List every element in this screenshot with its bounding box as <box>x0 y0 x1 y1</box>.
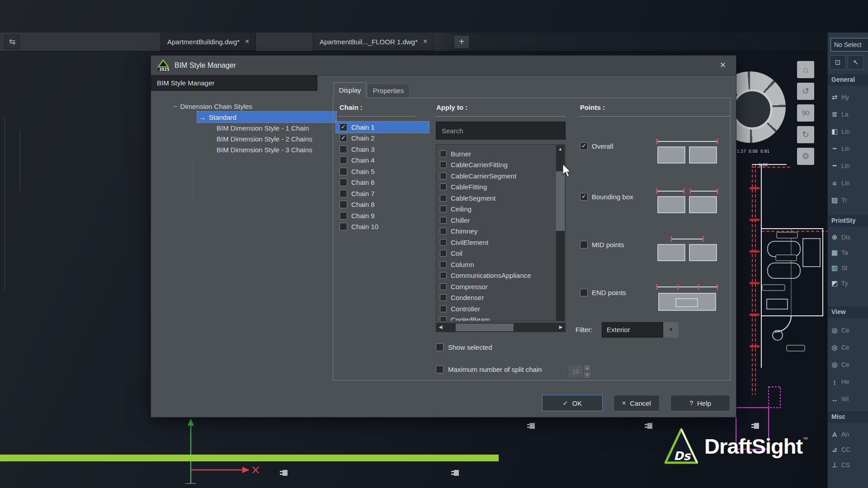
apply-to-row[interactable]: CivilElement <box>436 237 565 248</box>
home-icon[interactable]: ⌂ <box>797 61 814 78</box>
style-tree-item[interactable]: → Standard <box>197 112 336 122</box>
checkbox[interactable] <box>340 178 347 186</box>
style-tree-item[interactable]: BIM Dimension Style - 1 Chain <box>161 122 327 133</box>
linescale-row[interactable]: ╍ Lin <box>828 157 868 174</box>
apply-to-list[interactable]: Burner CableCarrierFitting CableCarrierS… <box>436 144 566 321</box>
cancel-button[interactable]: × Cancel <box>613 395 660 411</box>
component-tool-button[interactable]: ⇆ <box>5 35 20 49</box>
apply-to-row[interactable]: CooledBeam <box>436 314 565 322</box>
spin-up-icon[interactable]: ▲ <box>584 365 591 371</box>
rotate-cw-icon[interactable]: ↻ <box>797 126 814 143</box>
checkbox[interactable] <box>440 228 447 235</box>
tab-floor1[interactable]: ApartmentBuil..._FLOOR 1.dwg* × <box>313 33 434 51</box>
mid-points-option[interactable]: MID points <box>580 241 624 249</box>
chain-row[interactable]: Chain 6 <box>336 177 429 188</box>
checkbox[interactable] <box>440 316 447 321</box>
checkbox[interactable] <box>580 193 588 201</box>
apply-to-row[interactable]: Chimney <box>436 226 565 237</box>
chain-row[interactable]: Chain 7 <box>336 188 429 199</box>
checkbox[interactable] <box>340 134 347 142</box>
checkbox[interactable] <box>440 261 447 268</box>
pointer-icon[interactable]: ↖ <box>848 55 864 70</box>
tab-properties[interactable]: Properties <box>367 84 410 98</box>
apply-to-row[interactable]: Condenser <box>436 292 565 304</box>
section-view[interactable]: View <box>828 306 868 318</box>
annotation-row[interactable]: A An <box>828 427 868 442</box>
style-tree-item[interactable]: BIM Dimension Style - 2 Chains <box>161 133 327 144</box>
checkbox[interactable] <box>580 241 588 249</box>
apply-to-row[interactable]: Compressor <box>436 281 565 292</box>
chain-row[interactable]: Chain 4 <box>336 155 429 166</box>
apply-to-row[interactable]: CableCarrierFitting <box>436 160 565 171</box>
overall-option[interactable]: Overall <box>580 142 613 150</box>
select-entities-icon[interactable]: ⊡ <box>830 55 846 70</box>
apply-to-row[interactable]: CableSegment <box>436 192 565 204</box>
checkbox[interactable] <box>440 294 447 301</box>
scrollbar-thumb[interactable] <box>556 171 565 231</box>
style-tree-item[interactable]: BIM Dimension Style - 3 Chains <box>161 144 327 155</box>
spinner-arrows[interactable]: ▲ ▼ <box>584 365 591 378</box>
tab-apartmentbuilding[interactable]: ApartmentBuilding.dwg* × <box>160 33 256 51</box>
apply-to-row[interactable]: CableFitting <box>436 182 565 193</box>
apply-to-row[interactable]: Coil <box>436 248 565 259</box>
checkbox[interactable] <box>340 201 347 208</box>
end-points-option[interactable]: END points <box>580 289 626 296</box>
checkbox[interactable] <box>340 145 347 153</box>
rotate-ccw-icon[interactable]: ↺ <box>797 83 814 100</box>
ccs-row[interactable]: ⊿ CC <box>828 442 868 457</box>
section-printstyle[interactable]: PrintSty <box>828 215 868 227</box>
checkbox[interactable] <box>340 168 347 175</box>
linecolor-row[interactable]: ◧ Lin <box>828 123 868 140</box>
max-split-option[interactable]: Maximum number of split chain <box>436 366 542 373</box>
checkbox[interactable] <box>340 123 347 131</box>
filter-dropdown[interactable]: Exterior <box>602 322 663 338</box>
apply-to-row[interactable]: Chiller <box>436 215 565 226</box>
chain-row[interactable]: Chain 8 <box>336 199 429 211</box>
display-row[interactable]: ⊕ Dis <box>828 230 868 245</box>
chain-row[interactable]: Chain 10 <box>336 221 429 233</box>
chain-row[interactable]: Chain 2 <box>336 133 429 144</box>
section-misc[interactable]: Misc <box>828 411 868 423</box>
selection-dropdown[interactable]: No Select <box>830 38 868 52</box>
checkbox[interactable] <box>440 195 447 202</box>
spin-down-icon[interactable]: ▼ <box>584 371 591 378</box>
rotate-angle-value[interactable]: 90 <box>797 104 814 122</box>
transparency-row[interactable]: ▨ Tr <box>828 192 868 209</box>
checkbox[interactable] <box>436 366 443 373</box>
help-button[interactable]: ? Help <box>670 395 730 411</box>
checkbox[interactable] <box>440 206 447 212</box>
apply-to-row[interactable]: Burner <box>436 148 565 160</box>
table-row[interactable]: ▦ Ta <box>828 245 868 260</box>
scroll-up-icon[interactable]: ▲ <box>556 145 565 154</box>
layer-row[interactable]: ≣ La <box>828 106 868 123</box>
checkbox[interactable] <box>440 150 447 157</box>
hyperlink-row[interactable]: ⇄ Hy <box>828 89 868 106</box>
close-icon[interactable]: × <box>717 59 729 71</box>
checkbox[interactable] <box>440 250 447 257</box>
tab-display[interactable]: Display <box>334 82 366 98</box>
close-icon[interactable]: × <box>245 38 249 46</box>
apply-to-row[interactable]: CommunicationsAppliance <box>436 270 565 282</box>
checkbox[interactable] <box>340 223 347 230</box>
style-row[interactable]: ▥ St <box>828 260 868 276</box>
style-tree-item[interactable]: − Dimension Chain Styles <box>161 101 327 112</box>
dialog-title-bar[interactable]: 2025 BIM Style Manager <box>151 56 736 75</box>
search-input[interactable] <box>436 122 566 140</box>
bounding-box-option[interactable]: Bounding box <box>580 193 633 201</box>
checkbox[interactable] <box>440 217 447 224</box>
lineweight-row[interactable]: ≡ Lin <box>828 174 868 192</box>
checkbox[interactable] <box>440 183 447 190</box>
chain-row[interactable]: Chain 5 <box>336 166 429 177</box>
type-row[interactable]: ◩ Ty <box>828 276 868 291</box>
tree-expand-icon[interactable]: − <box>174 103 177 110</box>
chain-row[interactable]: Chain 9 <box>336 210 429 221</box>
horizontal-scrollbar[interactable]: ◀ ▶ <box>436 323 566 332</box>
width-row[interactable]: ↔ Wi <box>828 390 868 408</box>
checkbox[interactable] <box>440 173 447 179</box>
checkbox[interactable] <box>340 156 347 164</box>
checkbox[interactable] <box>440 161 447 168</box>
height-row[interactable]: ↕ He <box>828 373 868 390</box>
show-selected-option[interactable]: Show selected <box>436 343 492 351</box>
apply-to-row[interactable]: Controller <box>436 303 565 314</box>
chain-row[interactable]: Chain 3 <box>336 144 429 155</box>
